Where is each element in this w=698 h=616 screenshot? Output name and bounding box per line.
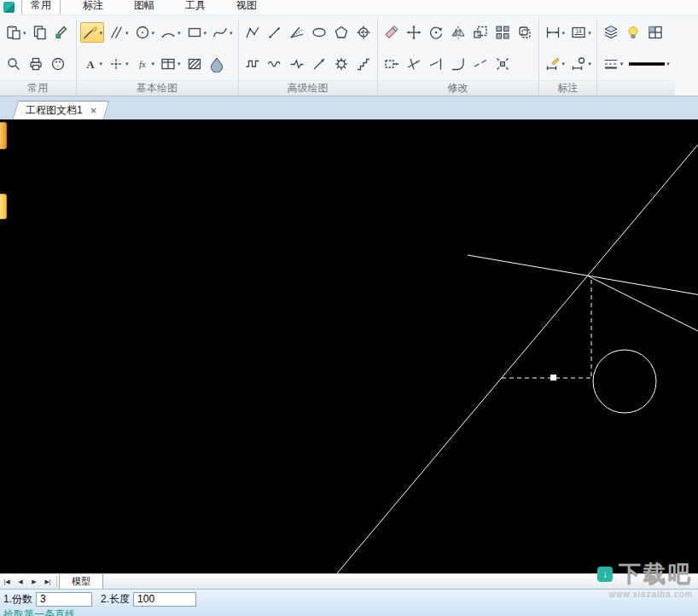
linear-dimension-button[interactable]: ▾ bbox=[543, 22, 567, 43]
scale-button[interactable] bbox=[470, 22, 491, 43]
polygon-button[interactable] bbox=[331, 22, 352, 43]
dropdown-arrow-icon[interactable]: ▾ bbox=[100, 30, 103, 36]
text-button[interactable]: A▾ bbox=[80, 54, 105, 74]
erase-button[interactable] bbox=[381, 22, 402, 43]
cad-line[interactable] bbox=[587, 276, 698, 333]
length-input[interactable] bbox=[133, 592, 196, 607]
spline-button[interactable]: ▾ bbox=[210, 22, 235, 43]
dropdown-arrow-icon[interactable]: ▾ bbox=[152, 61, 155, 67]
palette-tab2-icon[interactable] bbox=[0, 194, 7, 219]
extend-button[interactable] bbox=[426, 54, 446, 74]
document-tab[interactable]: 工程图文档1 × bbox=[15, 101, 107, 119]
dropdown-arrow-icon[interactable]: ▾ bbox=[204, 30, 207, 36]
zoom-button[interactable] bbox=[3, 54, 24, 74]
menu-tab-0[interactable]: 常用 bbox=[21, 0, 61, 15]
print-button[interactable] bbox=[26, 54, 46, 74]
rotate-button[interactable] bbox=[426, 22, 446, 43]
layer-grid-button[interactable] bbox=[645, 22, 666, 43]
dropdown-arrow-icon[interactable]: ▾ bbox=[588, 30, 591, 36]
mirror-button[interactable] bbox=[448, 22, 468, 43]
cad-circle[interactable] bbox=[593, 350, 656, 413]
cad-grip-handle[interactable] bbox=[550, 375, 556, 381]
palette-tab-icon[interactable] bbox=[0, 122, 7, 149]
break-line-button[interactable] bbox=[287, 54, 307, 74]
copy-button[interactable] bbox=[30, 22, 50, 43]
dropdown-arrow-icon[interactable]: ▾ bbox=[152, 30, 155, 36]
app-logo-icon[interactable] bbox=[3, 2, 15, 13]
center-line-button[interactable] bbox=[353, 22, 374, 43]
ellipse-button[interactable] bbox=[309, 22, 329, 43]
parallel-button[interactable]: ▾ bbox=[106, 22, 131, 43]
square-wave-button[interactable] bbox=[242, 54, 263, 74]
stairs-button[interactable] bbox=[353, 54, 374, 74]
dropdown-arrow-icon[interactable]: ▾ bbox=[562, 61, 566, 67]
fillet-button[interactable] bbox=[448, 54, 468, 74]
drawing-canvas[interactable] bbox=[0, 119, 698, 573]
cad-line[interactable] bbox=[337, 126, 698, 573]
palette-button[interactable] bbox=[48, 54, 68, 74]
dropdown-arrow-icon[interactable]: ▾ bbox=[620, 61, 624, 67]
table-button[interactable]: ▾ bbox=[158, 54, 183, 74]
layer-grid-icon bbox=[647, 24, 664, 41]
dropdown-arrow-icon[interactable]: ▾ bbox=[23, 30, 26, 36]
menu-tab-1[interactable]: 标注 bbox=[74, 0, 112, 15]
fill-button[interactable] bbox=[206, 54, 227, 74]
dropdown-arrow-icon[interactable]: ▾ bbox=[177, 30, 181, 36]
ray-button[interactable] bbox=[265, 22, 285, 43]
paste-button[interactable]: ▾ bbox=[3, 22, 28, 43]
fill-icon bbox=[208, 55, 225, 73]
polyline-button[interactable] bbox=[242, 22, 263, 43]
cad-line[interactable] bbox=[468, 255, 698, 295]
dropdown-arrow-icon[interactable]: ▾ bbox=[588, 61, 591, 67]
format-brush-button[interactable] bbox=[52, 22, 73, 43]
dropdown-arrow-icon[interactable]: ▾ bbox=[177, 61, 181, 67]
line-width-button[interactable]: ▾ bbox=[626, 54, 672, 74]
trim-button[interactable] bbox=[404, 54, 424, 74]
bulb-button[interactable] bbox=[623, 22, 643, 43]
line-style-button[interactable]: ▾ bbox=[601, 54, 625, 74]
sheet-nav-next-button[interactable]: ▶ bbox=[27, 574, 41, 589]
parallel-icon bbox=[108, 24, 125, 41]
sheet-nav-first-button[interactable]: |◀ bbox=[0, 574, 14, 589]
line-button[interactable]: ▾ bbox=[80, 22, 105, 43]
formula-button[interactable]: fx▾ bbox=[132, 54, 157, 74]
arc-button[interactable]: ▾ bbox=[158, 22, 183, 43]
dropdown-arrow-icon[interactable]: ▾ bbox=[125, 61, 129, 67]
close-icon[interactable]: × bbox=[90, 105, 97, 116]
bisector-button[interactable] bbox=[287, 22, 307, 43]
model-sheet-tab[interactable]: 模型 bbox=[59, 574, 103, 589]
dropdown-arrow-icon[interactable]: ▾ bbox=[100, 61, 103, 67]
menu-bar: 常用标注图幅工具视图 bbox=[0, 0, 698, 15]
dropdown-arrow-icon[interactable]: ▾ bbox=[562, 30, 566, 36]
dimension-edit-button[interactable]: ▾ bbox=[568, 54, 593, 74]
status-bar: 1.份数 2.长度 拾取第一条直线 bbox=[0, 589, 698, 616]
dropdown-arrow-icon[interactable]: ▾ bbox=[666, 61, 670, 67]
smart-dimension-button[interactable]: ▾ bbox=[543, 54, 567, 74]
rectangle-button[interactable]: ▾ bbox=[184, 22, 209, 43]
layer-settings-button[interactable] bbox=[601, 22, 621, 43]
extend-icon bbox=[428, 55, 445, 73]
wavy-line-button[interactable] bbox=[265, 54, 285, 74]
circle-button[interactable]: ▾ bbox=[132, 22, 157, 43]
menu-tab-4[interactable]: 视图 bbox=[228, 0, 265, 15]
offset-button[interactable] bbox=[515, 22, 535, 43]
gear-button[interactable] bbox=[331, 54, 352, 74]
hatch-button[interactable] bbox=[184, 54, 205, 74]
explode-button[interactable] bbox=[492, 54, 513, 74]
break-button[interactable] bbox=[470, 54, 491, 74]
dropdown-arrow-icon[interactable]: ▾ bbox=[125, 30, 129, 36]
move-button[interactable] bbox=[404, 22, 424, 43]
arrow-button[interactable] bbox=[309, 54, 329, 74]
ribbon-group-label: 基本绘图 bbox=[77, 80, 238, 96]
dimension-style-button[interactable]: 14▾ bbox=[568, 22, 593, 43]
stretch-button[interactable] bbox=[381, 54, 402, 74]
sheet-nav-last-button[interactable]: ▶| bbox=[41, 574, 55, 589]
array-button[interactable] bbox=[492, 22, 513, 43]
point-button[interactable]: ▾ bbox=[106, 54, 131, 74]
dropdown-arrow-icon[interactable]: ▾ bbox=[230, 30, 233, 36]
rectangle-icon bbox=[186, 24, 203, 41]
menu-tab-2[interactable]: 图幅 bbox=[125, 0, 163, 15]
menu-tab-3[interactable]: 工具 bbox=[177, 0, 214, 15]
copies-input[interactable] bbox=[36, 592, 92, 607]
sheet-nav-prev-button[interactable]: ◀ bbox=[14, 574, 27, 589]
